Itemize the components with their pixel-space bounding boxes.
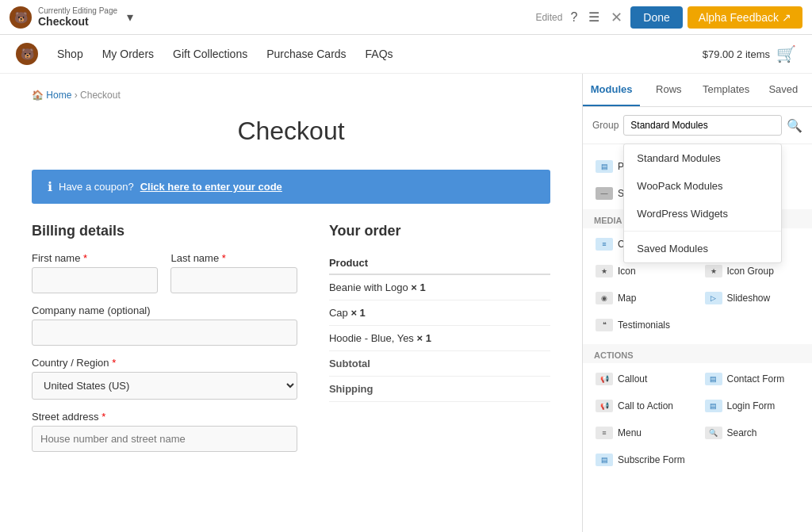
group-select-wrapper: Standard ModulesWooPack ModulesWordPress… bbox=[623, 115, 782, 136]
tab-templates[interactable]: Templates bbox=[698, 74, 755, 106]
module-menu[interactable]: ≡ Menu bbox=[589, 420, 697, 446]
table-row: Hoodie - Blue, Yes × 1 bbox=[329, 326, 550, 351]
module-icon-group-label: Icon Group bbox=[727, 266, 774, 277]
country-select[interactable]: United States (US) bbox=[32, 372, 297, 400]
module-testimonials[interactable]: ❝ Testimonials bbox=[589, 312, 697, 338]
coupon-text: Have a coupon? bbox=[59, 181, 134, 193]
content-slider-icon: ≡ bbox=[596, 238, 613, 251]
module-testimonials-label: Testimonials bbox=[618, 320, 670, 331]
done-button[interactable]: Done bbox=[630, 6, 682, 29]
alpha-feedback-label: Alpha Feedback bbox=[699, 11, 779, 24]
module-login-form[interactable]: ▤ Login Form bbox=[699, 393, 806, 419]
first-name-input[interactable] bbox=[32, 267, 158, 293]
home-icon: 🏠 bbox=[32, 90, 44, 101]
first-name-required: * bbox=[83, 252, 87, 264]
photo-icon: ▤ bbox=[596, 160, 613, 173]
login-form-icon: ▤ bbox=[705, 400, 722, 412]
last-name-input[interactable] bbox=[170, 267, 297, 293]
avatar: 🐻 bbox=[10, 6, 32, 29]
dropdown-item-standard[interactable]: Standard Modules bbox=[624, 144, 781, 172]
admin-bar-left: 🐻 Currently Editing Page Checkout ▾ bbox=[10, 6, 136, 29]
breadcrumb-home[interactable]: Home bbox=[46, 90, 71, 101]
group-dropdown: Standard Modules WooPack Modules WordPre… bbox=[623, 144, 782, 263]
module-call-to-action[interactable]: 📢 Call to Action bbox=[589, 393, 697, 419]
module-slideshow-label: Slideshow bbox=[727, 293, 771, 304]
module-search[interactable]: 🔍 Search bbox=[699, 420, 806, 446]
country-group: Country / Region * United States (US) bbox=[32, 357, 297, 400]
tab-saved[interactable]: Saved bbox=[755, 74, 812, 106]
order-title: Your order bbox=[329, 223, 550, 239]
nav-my-orders[interactable]: My Orders bbox=[102, 48, 154, 60]
shipping-label: Shipping bbox=[329, 377, 550, 402]
company-input[interactable] bbox=[32, 320, 297, 346]
street-group: Street address * bbox=[32, 411, 297, 452]
module-map[interactable]: ◉ Map bbox=[589, 285, 697, 311]
search-icon-button[interactable]: 🔍 bbox=[787, 118, 802, 133]
coupon-info-icon: ℹ bbox=[48, 179, 52, 194]
sidebar: Modules Rows Templates Saved Group Stand… bbox=[582, 74, 812, 532]
breadcrumb-current: Checkout bbox=[80, 90, 121, 101]
module-callout-label: Callout bbox=[618, 373, 647, 385]
street-input[interactable] bbox=[32, 426, 297, 452]
page-content: 🏠 Home › Checkout Checkout ℹ Have a coup… bbox=[0, 74, 582, 532]
sidebar-tabs: Modules Rows Templates Saved bbox=[583, 74, 812, 107]
nav-shop[interactable]: Shop bbox=[57, 48, 83, 60]
nav-bar: 🐻 Shop My Orders Gift Collections Purcha… bbox=[0, 35, 812, 74]
nav-gift-collections[interactable]: Gift Collections bbox=[173, 48, 247, 60]
company-group: Company name (optional) bbox=[32, 304, 297, 346]
dropdown-item-woopack[interactable]: WooPack Modules bbox=[624, 172, 781, 200]
tab-rows[interactable]: Rows bbox=[640, 74, 697, 106]
dropdown-item-wordpress[interactable]: WordPress Widgets bbox=[624, 200, 781, 228]
coupon-link[interactable]: Click here to enter your code bbox=[140, 181, 282, 193]
cart-icon[interactable]: 🛒 bbox=[776, 44, 796, 63]
cart-price: $79.00 2 items bbox=[703, 48, 770, 60]
site-logo: 🐻 bbox=[16, 43, 38, 65]
module-contact-form-label: Contact Form bbox=[727, 373, 785, 385]
icon-module-icon: ★ bbox=[596, 265, 613, 277]
billing-title: Billing details bbox=[32, 223, 297, 239]
module-contact-form[interactable]: ▤ Contact Form bbox=[699, 366, 806, 392]
list-button[interactable]: ☰ bbox=[585, 6, 603, 28]
admin-title-group: Currently Editing Page Checkout bbox=[38, 6, 117, 28]
order-section: Your order Product Beanie with Logo × 1 bbox=[329, 223, 550, 463]
breadcrumb: 🏠 Home › Checkout bbox=[32, 90, 550, 101]
shipping-row: Shipping bbox=[329, 377, 550, 402]
testimonials-icon: ❝ bbox=[596, 319, 613, 331]
callout-icon: 📢 bbox=[596, 373, 613, 385]
menu-icon: ≡ bbox=[596, 427, 613, 439]
close-button[interactable]: ✕ bbox=[607, 6, 626, 29]
group-label: Group bbox=[592, 120, 619, 131]
subscribe-form-icon: ▤ bbox=[596, 454, 613, 466]
edited-label: Edited bbox=[535, 12, 562, 23]
info-button[interactable]: ? bbox=[567, 7, 580, 28]
page-title: Checkout bbox=[32, 117, 550, 146]
order-table: Product Beanie with Logo × 1 bbox=[329, 252, 550, 402]
cart-area: $79.00 2 items 🛒 bbox=[703, 44, 796, 63]
two-col-layout: Billing details First name * Last name * bbox=[32, 223, 550, 463]
coupon-bar: ℹ Have a coupon? Click here to enter you… bbox=[32, 170, 550, 204]
alpha-arrow-icon: ↗ bbox=[782, 11, 791, 24]
last-name-group: Last name * bbox=[170, 252, 297, 293]
contact-form-icon: ▤ bbox=[705, 373, 722, 385]
company-label: Company name (optional) bbox=[32, 304, 297, 316]
icon-group-icon: ★ bbox=[705, 265, 722, 277]
module-login-form-label: Login Form bbox=[727, 400, 776, 411]
module-call-to-action-label: Call to Action bbox=[618, 400, 673, 411]
alpha-feedback-button[interactable]: Alpha Feedback ↗ bbox=[688, 6, 802, 29]
module-search-label: Search bbox=[727, 427, 757, 438]
name-row: First name * Last name * bbox=[32, 252, 297, 304]
group-select[interactable]: Standard ModulesWooPack ModulesWordPress… bbox=[623, 115, 782, 136]
product-header: Product bbox=[329, 252, 550, 274]
dropdown-arrow-button[interactable]: ▾ bbox=[124, 6, 136, 28]
dropdown-item-saved[interactable]: Saved Modules bbox=[624, 235, 781, 262]
module-subscribe-form[interactable]: ▤ Subscribe Form bbox=[589, 447, 697, 473]
tab-modules[interactable]: Modules bbox=[583, 74, 640, 106]
actions-section-title: Actions bbox=[583, 344, 812, 363]
editing-label: Currently Editing Page bbox=[38, 6, 117, 15]
main-layout: 🏠 Home › Checkout Checkout ℹ Have a coup… bbox=[0, 74, 812, 532]
module-callout[interactable]: 📢 Callout bbox=[589, 366, 697, 392]
nav-faqs[interactable]: FAQs bbox=[366, 48, 393, 60]
nav-purchase-cards[interactable]: Purchase Cards bbox=[266, 48, 346, 60]
separator-icon: — bbox=[596, 187, 613, 200]
module-slideshow[interactable]: ▷ Slideshow bbox=[699, 285, 806, 311]
